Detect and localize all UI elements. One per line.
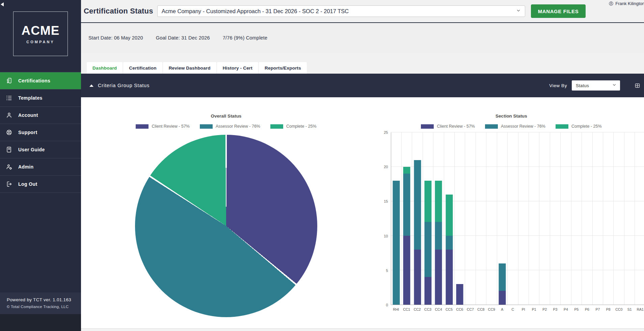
bar-segment bbox=[499, 291, 506, 305]
bar-slot-CC6 bbox=[455, 132, 465, 305]
sidebar-item-label: Account bbox=[18, 112, 38, 118]
bar-segment bbox=[424, 222, 431, 277]
y-axis-tick-label: 15 bbox=[384, 199, 388, 203]
legend-item: Assessor Review - 76% bbox=[485, 124, 545, 129]
grid-view-icon[interactable] bbox=[634, 82, 641, 89]
legend-label: Assessor Review - 76% bbox=[216, 124, 260, 129]
bar-segment bbox=[393, 181, 400, 305]
x-axis-label: CC3 bbox=[423, 307, 433, 311]
sidebar-collapse-icon[interactable] bbox=[1, 2, 4, 6]
tab-certification[interactable]: Certification bbox=[123, 62, 162, 74]
legend-label: Client Review - 57% bbox=[152, 124, 190, 129]
sidebar-bottom-strip bbox=[0, 314, 81, 331]
bar-segment bbox=[446, 195, 453, 236]
bar-segment bbox=[403, 236, 410, 305]
bar-slot-S1 bbox=[624, 132, 635, 305]
bar-slot-CC3 bbox=[423, 132, 433, 305]
legend-label: Complete - 25% bbox=[286, 124, 317, 129]
sidebar-item-templates[interactable]: Templates bbox=[0, 90, 81, 107]
bar-slot-P1 bbox=[529, 132, 539, 305]
legend-item: Complete - 25% bbox=[270, 124, 317, 129]
bar-slot-CC9 bbox=[486, 132, 497, 305]
x-axis-label: P3 bbox=[550, 307, 560, 311]
x-axis-label: P8 bbox=[603, 307, 614, 311]
view-by-select[interactable]: Status bbox=[572, 80, 620, 91]
x-axis-label: CC1 bbox=[401, 307, 412, 311]
sidebar-item-label: Support bbox=[18, 130, 37, 135]
sidebar-item-log-out[interactable]: Log Out bbox=[0, 176, 81, 193]
bar-slot-CC4 bbox=[433, 132, 444, 305]
user-menu[interactable]: Frank Kilington bbox=[609, 1, 644, 6]
y-axis-tick-label: 10 bbox=[384, 234, 388, 238]
bar-slot-CC5 bbox=[444, 132, 455, 305]
bar-slot-RA1 bbox=[635, 132, 644, 305]
bar-segment bbox=[435, 250, 442, 305]
bar-slot-RHI bbox=[391, 132, 402, 305]
x-axis-label: C bbox=[507, 307, 518, 311]
bar-chart-y-axis: 0510152025 bbox=[377, 132, 391, 305]
powered-by-text: Powered by TCT ver. 1.01.163 bbox=[7, 297, 78, 302]
collapse-caret-icon[interactable] bbox=[89, 84, 93, 87]
x-axis-label: CC2 bbox=[412, 307, 422, 311]
tab-bar: Dashboard Certification Review Dashboard… bbox=[81, 53, 644, 74]
bar-slot-CC1 bbox=[402, 132, 412, 305]
y-axis-tick-label: 0 bbox=[386, 303, 388, 307]
x-axis-label: CC0 bbox=[614, 307, 624, 311]
legend-swatch bbox=[270, 124, 283, 129]
sidebar-nav: Certifications Templates Account Support… bbox=[0, 72, 81, 193]
sidebar-item-user-guide[interactable]: User Guide bbox=[0, 141, 81, 158]
bar-slots bbox=[391, 132, 644, 305]
bar-slot-A bbox=[497, 132, 508, 305]
legend-swatch bbox=[200, 124, 213, 129]
x-axis-label: P6 bbox=[582, 307, 592, 311]
chevron-down-icon bbox=[516, 8, 521, 14]
sidebar-item-label: Log Out bbox=[18, 181, 37, 187]
certification-select[interactable]: Acme Company - Customized Approach - 31 … bbox=[157, 5, 525, 17]
pie-chart bbox=[135, 135, 317, 317]
tab-review-dashboard[interactable]: Review Dashboard bbox=[163, 62, 216, 74]
chevron-down-icon bbox=[612, 82, 617, 88]
book-icon bbox=[5, 146, 13, 153]
bar-segment bbox=[424, 277, 431, 305]
x-axis-label: CC4 bbox=[433, 307, 444, 311]
tab-dashboard[interactable]: Dashboard bbox=[87, 62, 123, 74]
overall-status-chart: Overall Status Client Review - 57%Assess… bbox=[91, 113, 361, 328]
bar-chart-x-axis: RHICC1CC2CC3CC4CC5CC6CC7CC8CC9ACPIP1P2P3… bbox=[391, 307, 644, 311]
x-axis-label: P5 bbox=[571, 307, 582, 311]
tab-reports-exports[interactable]: Reports/Exports bbox=[259, 62, 307, 74]
sidebar-item-admin[interactable]: Admin bbox=[0, 158, 81, 176]
x-axis-label: CC7 bbox=[465, 307, 476, 311]
x-axis-label: RHI bbox=[391, 307, 401, 311]
bar-slot-P3 bbox=[550, 132, 561, 305]
user-name: Frank Kilington bbox=[615, 1, 644, 6]
goal-date-text: Goal Date: 31 Dec 2026 bbox=[156, 35, 210, 41]
x-axis-label: P4 bbox=[561, 307, 571, 311]
sidebar-item-certifications[interactable]: Certifications bbox=[0, 72, 81, 90]
section-title: Criteria Group Status bbox=[98, 83, 150, 88]
bar-segment bbox=[414, 160, 421, 250]
bar-segment bbox=[456, 284, 463, 305]
bar-segment bbox=[403, 174, 410, 236]
bar-slot-CC8 bbox=[476, 132, 486, 305]
bar-segment bbox=[435, 181, 442, 222]
bar-slot-P5 bbox=[571, 132, 582, 305]
x-axis-label: RA1 bbox=[635, 307, 644, 311]
charts-panel: Overall Status Client Review - 57%Assess… bbox=[81, 97, 644, 329]
bottom-strip bbox=[81, 329, 644, 331]
bar-segment bbox=[414, 250, 421, 305]
main-content: Frank Kilington Certification Status Acm… bbox=[81, 0, 644, 331]
x-axis-label: P2 bbox=[539, 307, 550, 311]
y-axis-tick-label: 5 bbox=[386, 269, 388, 273]
section-bar-controls: View By Status bbox=[549, 80, 641, 91]
sidebar-item-support[interactable]: Support bbox=[0, 124, 81, 141]
legend-item: Assessor Review - 76% bbox=[200, 124, 260, 129]
sidebar-item-label: Admin bbox=[18, 164, 34, 170]
page-title: Certification Status bbox=[84, 7, 153, 16]
legend-label: Assessor Review - 76% bbox=[501, 124, 545, 129]
bar-segment bbox=[446, 236, 453, 250]
bar-segment bbox=[435, 222, 442, 250]
manage-files-button[interactable]: MANAGE FILES bbox=[531, 4, 586, 18]
legend-label: Complete - 25% bbox=[571, 124, 602, 129]
sidebar-item-account[interactable]: Account bbox=[0, 107, 81, 124]
tab-history-cert[interactable]: History - Cert bbox=[217, 62, 258, 74]
